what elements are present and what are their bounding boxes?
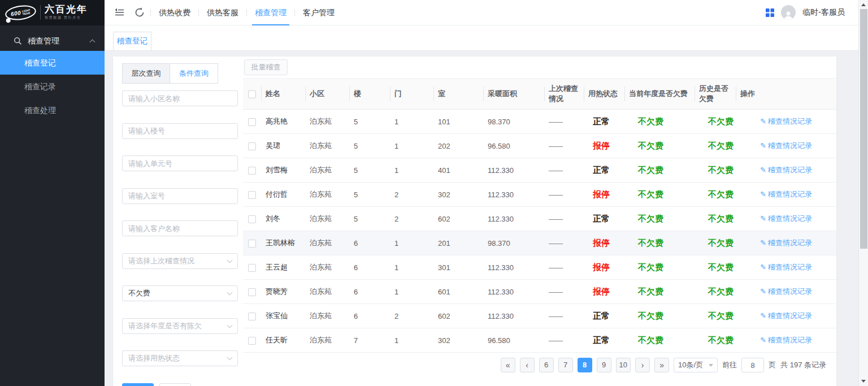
refresh-icon[interactable] [134,7,145,18]
table-row-10: 任天昕泊东苑7130296.580——正常不欠费不欠费✎稽查情况记录 [243,328,836,353]
row-checkbox[interactable] [248,118,256,126]
cell-last-inspection: —— [544,158,584,183]
heat-status-select[interactable]: 请选择用热状态 [122,350,238,366]
last-inspection-dash: —— [549,142,562,150]
apps-grid-icon[interactable] [766,8,774,17]
scroll-down-arrow[interactable] [859,377,868,385]
inspection-record-link[interactable]: ✎稽查情况记录 [760,238,812,247]
select-all-checkbox[interactable] [248,90,256,98]
cell-last-inspection: —— [544,207,584,231]
room-input[interactable] [122,188,238,204]
first-page-button[interactable]: « [501,358,515,372]
page-button-6[interactable]: 6 [539,358,554,372]
cell-name: 王云超 [261,255,305,280]
inspection-record-link[interactable]: ✎稽查情况记录 [760,336,812,344]
cell-current-arrears: 不欠费 [624,231,695,255]
top-nav-item-1[interactable]: 供热收费 [151,0,198,25]
page-tab-strip: 稽查登记 [105,25,858,51]
inspection-record-link[interactable]: ✎稽查情况记录 [760,166,812,174]
logo-badge-text: LIGHT YEAR [21,8,31,15]
row-checkbox[interactable] [248,264,256,272]
user-avatar[interactable] [781,5,796,20]
cell-area: 96.580 [483,328,544,353]
column-header-8: 用热状态 [584,79,624,110]
building-input[interactable] [122,123,238,139]
query-tab-2[interactable]: 条件查询 [170,63,218,84]
nav-separator [294,9,295,16]
last-page-button[interactable]: » [654,358,669,372]
query-tab-1[interactable]: 层次查询 [122,63,170,84]
cell-history-arrears: 不欠费 [695,134,736,158]
inspection-record-link[interactable]: ✎稽查情况记录 [760,263,812,271]
community-input[interactable] [122,90,238,106]
query-reset-button[interactable] [159,383,191,386]
query-actions [122,383,243,386]
query-submit-button[interactable] [122,383,154,386]
goto-page-input[interactable] [741,358,764,372]
cell-room: 202 [433,134,483,158]
scroll-thumb[interactable] [860,9,867,249]
row-checkbox[interactable] [248,191,256,199]
inspection-record-link[interactable]: ✎稽查情况记录 [760,287,812,296]
cell-current-arrears: 不欠费 [624,304,695,328]
menu-collapse-icon[interactable] [114,7,125,18]
top-nav-item-3[interactable]: 稽查管理 [248,0,294,25]
row-checkbox[interactable] [248,215,256,223]
sidebar-item-2[interactable]: 稽查记录 [0,75,105,98]
year-arrears-select[interactable]: 请选择年度是否有陈欠 [122,318,238,334]
customer-input[interactable] [122,220,238,236]
row-checkbox[interactable] [248,313,256,320]
top-nav-item-2[interactable]: 供热客服 [199,0,246,25]
inspection-record-link[interactable]: ✎稽查情况记录 [760,190,812,198]
batch-inspect-button[interactable]: 批量稽查 [244,59,288,75]
current-arrears-select[interactable]: 不欠费 [122,285,238,301]
cell-door: 1 [390,328,433,353]
row-checkbox[interactable] [248,142,256,150]
page-button-7[interactable]: 7 [558,358,573,372]
inspection-record-link[interactable]: ✎稽查情况记录 [760,311,812,320]
last-inspection-dash: —— [549,166,562,175]
vertical-scrollbar[interactable] [858,0,868,386]
top-nav-item-4[interactable]: 客户管理 [296,0,342,25]
inspection-record-link[interactable]: ✎稽查情况记录 [760,117,812,125]
cell-heat-status: 正常 [584,328,624,353]
row-checkbox[interactable] [248,240,256,248]
cell-area: 112.330 [483,255,544,280]
page-tab-inspection-register[interactable]: 稽查登记 [113,32,151,50]
cell-community: 泊东苑 [305,158,349,183]
cell-action: ✎稽查情况记录 [736,328,836,353]
page-button-8[interactable]: 8 [578,358,592,372]
inspection-record-link[interactable]: ✎稽查情况记录 [760,141,812,150]
row-checkbox[interactable] [248,167,256,175]
next-page-button[interactable]: › [635,358,650,372]
row-checkbox[interactable] [248,288,256,296]
person-icon [783,11,793,20]
column-header-2: 小区 [305,79,349,110]
sidebar-group-inspection[interactable]: 稽查管理 [0,31,105,51]
page-size-select[interactable]: 10条/页 [674,358,718,372]
search-icon [14,37,22,45]
cell-building: 5 [349,110,390,134]
history-arrears-badge: 不欠费 [708,262,734,272]
cell-name: 任天昕 [261,328,305,353]
table-row-9: 张宝仙泊东苑62602112.330——正常不欠费不欠费✎稽查情况记录 [243,304,836,328]
sidebar-item-3[interactable]: 稽查处理 [0,98,105,122]
cell-current-arrears: 不欠费 [624,183,695,207]
prev-page-button[interactable]: ‹ [520,358,535,372]
logo-badge-number: 600 [10,9,21,16]
sidebar-item-1[interactable]: 稽查登记 [0,51,105,75]
table-row-4: 付衍哲泊东苑52302112.330——报停不欠费不欠费✎稽查情况记录 [243,183,836,207]
row-checkbox[interactable] [248,337,256,345]
cell-current-arrears: 不欠费 [624,158,695,183]
scroll-up-arrow[interactable] [859,1,868,9]
last-inspection-select[interactable]: 请选择上次稽查情况 [122,253,238,269]
page-button-9[interactable]: 9 [597,358,611,372]
heat-status-badge: 正常 [593,311,610,320]
cell-action: ✎稽查情况记录 [736,158,836,183]
column-header-9: 当前年度是否欠费 [624,79,695,110]
username[interactable]: 临时-客服员 [802,7,845,18]
inspection-record-link[interactable]: ✎稽查情况记录 [760,214,812,223]
page-buttons: 678910 [539,358,631,372]
page-button-10[interactable]: 10 [616,358,631,372]
unit-input[interactable] [122,155,238,171]
